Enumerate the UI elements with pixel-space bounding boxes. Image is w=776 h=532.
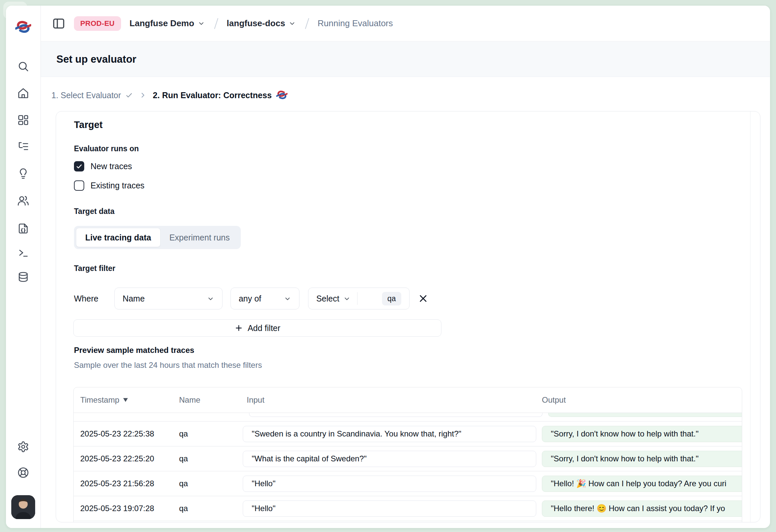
- filter-operator-select[interactable]: any of: [230, 288, 300, 310]
- checkbox-unchecked-icon[interactable]: [74, 180, 84, 191]
- checkbox-label: Existing traces: [90, 181, 145, 190]
- breadcrumb-separator: [214, 18, 218, 29]
- preview-table: Timestamp Name Input Output 2025-05-23 2…: [73, 387, 742, 522]
- column-header-timestamp[interactable]: Timestamp: [73, 395, 179, 405]
- target-heading: Target: [74, 120, 103, 130]
- table-row[interactable]: 2025-05-23 21:56:28 qa "Hello" "Hello! 🎉…: [73, 471, 742, 496]
- tracing-tree-icon[interactable]: [17, 141, 29, 153]
- org-switcher[interactable]: Langfuse Demo: [130, 18, 205, 28]
- sidebar-toggle-icon[interactable]: [52, 17, 65, 30]
- filter-value-select[interactable]: Select qa: [308, 288, 410, 310]
- scroll-gutter-line: [750, 112, 751, 522]
- table-row[interactable]: 2025-05-23 22:25:20 qa "What is the capi…: [73, 447, 742, 471]
- table-row[interactable]: 2025-05-23 19:07:28 qa "Hello" "Hello th…: [73, 496, 742, 521]
- chevron-down-icon: [207, 295, 214, 302]
- runs-on-label: Evaluator runs on: [74, 144, 139, 153]
- cell-input: "Hello": [243, 501, 542, 517]
- output-text: "Hello there! 😊 How can I assist you tod…: [551, 504, 725, 513]
- preview-subheading: Sample over the last 24 hours that match…: [74, 361, 262, 370]
- step-run-evaluator: 2. Run Evaluator: Correctness: [153, 90, 287, 100]
- cell-timestamp: 2025-05-23 22:25:38: [73, 429, 179, 438]
- cell-timestamp: 2025-05-23 22:25:20: [73, 454, 179, 463]
- database-icon[interactable]: [17, 271, 29, 283]
- filter-column-value: Name: [123, 294, 203, 304]
- breadcrumb-page: Running Evaluators: [318, 18, 393, 28]
- evals-lightbulb-icon[interactable]: [17, 168, 29, 180]
- cell-timestamp: 2025-05-23 19:07:28: [73, 504, 179, 513]
- add-filter-button[interactable]: Add filter: [73, 319, 441, 337]
- dashboards-icon[interactable]: [17, 114, 29, 126]
- app-window: PROD-EU Langfuse Demo langfuse-docs Runn…: [6, 6, 770, 528]
- segment-live-tracing[interactable]: Live tracing data: [76, 228, 161, 247]
- evaluator-knot-icon: [276, 90, 287, 100]
- checkbox-new-traces[interactable]: New traces: [74, 160, 132, 172]
- cell-name: qa: [179, 504, 243, 513]
- checkbox-label: New traces: [90, 162, 132, 171]
- datasets-file-icon[interactable]: [17, 222, 29, 234]
- column-header-name[interactable]: Name: [179, 395, 243, 405]
- target-filter-label: Target filter: [74, 264, 116, 273]
- wizard-steps: 1. Select Evaluator 2. Run Evaluator: Co…: [51, 88, 287, 102]
- project-switcher[interactable]: langfuse-docs: [227, 18, 296, 28]
- breadcrumb-separator: [305, 18, 309, 29]
- step-select-evaluator[interactable]: 1. Select Evaluator: [51, 91, 133, 100]
- help-lifebuoy-icon[interactable]: [17, 467, 29, 479]
- cell-output: "Sorry, I don't know how to help with th…: [542, 426, 742, 442]
- checkbox-checked-icon[interactable]: [74, 161, 84, 171]
- playground-terminal-icon[interactable]: [17, 247, 29, 259]
- segment-experiment-runs[interactable]: Experiment runs: [161, 228, 239, 247]
- sidebar: [6, 6, 41, 528]
- filter-column-select[interactable]: Name: [115, 288, 222, 310]
- users-icon[interactable]: [17, 195, 29, 207]
- cell-input: "What is the capital of Sweden?": [243, 451, 542, 467]
- chevron-down-icon: [288, 20, 296, 27]
- org-logo-knot-icon[interactable]: [15, 20, 31, 33]
- settings-gear-icon[interactable]: [17, 441, 29, 453]
- cell-name: qa: [179, 429, 243, 438]
- output-text: "Sorry, I don't know how to help with th…: [551, 429, 699, 438]
- target-card: Target Evaluator runs on New traces Exis…: [56, 111, 760, 522]
- column-header-output[interactable]: Output: [542, 395, 742, 405]
- chevron-right-icon: [139, 91, 147, 99]
- input-text: "Hello": [252, 479, 275, 488]
- target-data-label: Target data: [74, 207, 115, 216]
- remove-filter-button[interactable]: [417, 293, 429, 304]
- environment-badge: PROD-EU: [74, 16, 121, 31]
- org-name: Langfuse Demo: [130, 18, 194, 28]
- output-text: "Sorry, I don't know how to help with th…: [551, 454, 699, 463]
- filter-where-label: Where: [74, 294, 99, 304]
- filter-row: Where Name any of Select qa: [74, 288, 429, 310]
- cell-output: "Hello there! 😊 How can I assist you tod…: [542, 501, 742, 517]
- sort-desc-icon: [123, 398, 128, 402]
- search-icon[interactable]: [17, 60, 29, 72]
- column-header-input[interactable]: Input: [243, 395, 542, 405]
- cell-timestamp: 2025-05-23 21:56:28: [73, 479, 179, 488]
- value-divider: [357, 292, 358, 305]
- step-1-label: 1. Select Evaluator: [51, 91, 121, 100]
- cell-name: qa: [179, 479, 243, 488]
- filter-value-placeholder: Select: [316, 294, 339, 304]
- cell-input: "Sweden is a country in Scandinavia. You…: [243, 426, 542, 442]
- cell-output: "Sorry, I don't know how to help with th…: [542, 451, 742, 467]
- target-data-segmented-control: Live tracing data Experiment runs: [74, 226, 241, 249]
- table-row-partial: [73, 413, 742, 421]
- clipped-input-cell: [249, 413, 543, 417]
- cell-output: "Hello! 🎉 How can I help you today? Are …: [542, 476, 742, 492]
- input-text: "What is the capital of Sweden?": [252, 454, 367, 463]
- plus-icon: [234, 324, 243, 332]
- filter-operator-value: any of: [239, 294, 280, 304]
- chevron-down-icon: [198, 20, 205, 27]
- home-icon[interactable]: [17, 87, 29, 99]
- cell-name: qa: [179, 454, 243, 463]
- step-2-label: 2. Run Evaluator: Correctness: [153, 91, 271, 100]
- cell-input: "Hello": [243, 476, 542, 492]
- chevron-down-icon: [284, 295, 291, 302]
- user-avatar[interactable]: [11, 495, 35, 519]
- table-row[interactable]: 2025-05-23 22:25:38 qa "Sweden is a coun…: [73, 421, 742, 447]
- input-text: "Sweden is a country in Scandinavia. You…: [252, 429, 461, 438]
- project-name: langfuse-docs: [227, 18, 285, 28]
- checkbox-existing-traces[interactable]: Existing traces: [74, 179, 145, 192]
- table-header: Timestamp Name Input Output: [73, 387, 742, 413]
- page-header: Set up evaluator: [41, 42, 770, 77]
- timestamp-header-label: Timestamp: [80, 395, 120, 405]
